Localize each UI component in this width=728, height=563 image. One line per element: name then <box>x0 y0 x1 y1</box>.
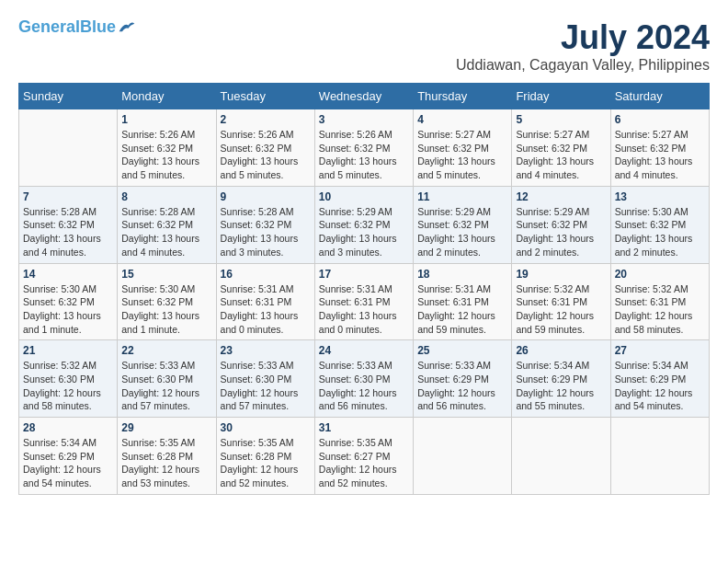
day-number: 25 <box>417 344 507 357</box>
calendar-cell <box>610 418 709 495</box>
day-info: Sunrise: 5:28 AMSunset: 6:32 PMDaylight:… <box>221 205 311 259</box>
calendar-cell: 12 Sunrise: 5:29 AMSunset: 6:32 PMDaylig… <box>512 186 610 263</box>
calendar-cell: 14 Sunrise: 5:30 AMSunset: 6:32 PMDaylig… <box>19 263 118 340</box>
week-row-1: 1 Sunrise: 5:26 AMSunset: 6:32 PMDayligh… <box>19 109 710 187</box>
day-number: 4 <box>417 113 507 126</box>
calendar-cell: 5 Sunrise: 5:27 AMSunset: 6:32 PMDayligh… <box>512 109 610 187</box>
logo-bird-icon <box>118 18 136 37</box>
title-block: July 2024 Uddiawan, Cagayan Valley, Phil… <box>456 18 710 74</box>
calendar-cell: 24 Sunrise: 5:33 AMSunset: 6:30 PMDaylig… <box>314 340 413 418</box>
day-info: Sunrise: 5:28 AMSunset: 6:32 PMDaylight:… <box>121 205 211 259</box>
header-row: SundayMondayTuesdayWednesdayThursdayFrid… <box>19 84 710 109</box>
day-info: Sunrise: 5:26 AMSunset: 6:32 PMDaylight:… <box>121 128 211 182</box>
day-number: 12 <box>516 190 606 203</box>
day-info: Sunrise: 5:30 AMSunset: 6:32 PMDaylight:… <box>23 282 113 337</box>
day-number: 22 <box>121 344 211 357</box>
calendar-cell: 30 Sunrise: 5:35 AMSunset: 6:28 PMDaylig… <box>216 418 314 495</box>
day-info: Sunrise: 5:33 AMSunset: 6:30 PMDaylight:… <box>221 359 311 413</box>
calendar-cell: 13 Sunrise: 5:30 AMSunset: 6:32 PMDaylig… <box>610 186 709 263</box>
day-info: Sunrise: 5:32 AMSunset: 6:30 PMDaylight:… <box>23 359 113 413</box>
calendar-cell: 25 Sunrise: 5:33 AMSunset: 6:29 PMDaylig… <box>414 340 512 418</box>
day-info: Sunrise: 5:29 AMSunset: 6:32 PMDaylight:… <box>319 205 409 259</box>
calendar-cell: 29 Sunrise: 5:35 AMSunset: 6:28 PMDaylig… <box>118 418 216 495</box>
day-number: 30 <box>221 421 311 434</box>
calendar-cell: 18 Sunrise: 5:31 AMSunset: 6:31 PMDaylig… <box>414 263 512 340</box>
header-day-saturday: Saturday <box>610 84 709 109</box>
day-number: 18 <box>417 268 507 281</box>
calendar-cell: 2 Sunrise: 5:26 AMSunset: 6:32 PMDayligh… <box>216 109 314 187</box>
main-title: July 2024 <box>456 18 710 57</box>
day-number: 2 <box>221 113 311 126</box>
day-number: 28 <box>23 421 113 434</box>
day-number: 11 <box>417 190 507 203</box>
week-row-2: 7 Sunrise: 5:28 AMSunset: 6:32 PMDayligh… <box>19 186 710 263</box>
calendar-cell: 7 Sunrise: 5:28 AMSunset: 6:32 PMDayligh… <box>19 186 118 263</box>
logo: GeneralBlue <box>18 18 136 37</box>
day-number: 20 <box>615 268 705 281</box>
calendar-cell <box>19 109 118 187</box>
calendar-cell: 27 Sunrise: 5:34 AMSunset: 6:29 PMDaylig… <box>610 340 709 418</box>
week-row-4: 21 Sunrise: 5:32 AMSunset: 6:30 PMDaylig… <box>19 340 710 418</box>
header-day-thursday: Thursday <box>414 84 512 109</box>
day-info: Sunrise: 5:34 AMSunset: 6:29 PMDaylight:… <box>615 359 705 413</box>
day-info: Sunrise: 5:33 AMSunset: 6:30 PMDaylight:… <box>121 359 211 413</box>
day-info: Sunrise: 5:31 AMSunset: 6:31 PMDaylight:… <box>221 282 311 337</box>
day-number: 13 <box>615 190 705 203</box>
day-info: Sunrise: 5:26 AMSunset: 6:32 PMDaylight:… <box>221 128 311 182</box>
calendar-cell <box>414 418 512 495</box>
day-number: 17 <box>319 268 409 281</box>
calendar-cell: 28 Sunrise: 5:34 AMSunset: 6:29 PMDaylig… <box>19 418 118 495</box>
day-number: 16 <box>221 268 311 281</box>
header-day-monday: Monday <box>118 84 216 109</box>
calendar-cell: 10 Sunrise: 5:29 AMSunset: 6:32 PMDaylig… <box>314 186 413 263</box>
header-day-wednesday: Wednesday <box>314 84 413 109</box>
calendar-cell <box>512 418 610 495</box>
day-number: 29 <box>121 421 211 434</box>
calendar-cell: 31 Sunrise: 5:35 AMSunset: 6:27 PMDaylig… <box>314 418 413 495</box>
day-info: Sunrise: 5:32 AMSunset: 6:31 PMDaylight:… <box>516 282 606 337</box>
calendar-cell: 1 Sunrise: 5:26 AMSunset: 6:32 PMDayligh… <box>118 109 216 187</box>
day-info: Sunrise: 5:27 AMSunset: 6:32 PMDaylight:… <box>615 128 705 182</box>
calendar-cell: 17 Sunrise: 5:31 AMSunset: 6:31 PMDaylig… <box>314 263 413 340</box>
day-number: 10 <box>319 190 409 203</box>
day-info: Sunrise: 5:30 AMSunset: 6:32 PMDaylight:… <box>615 205 705 259</box>
day-info: Sunrise: 5:28 AMSunset: 6:32 PMDaylight:… <box>23 205 113 259</box>
day-number: 6 <box>615 113 705 126</box>
day-number: 15 <box>121 268 211 281</box>
day-info: Sunrise: 5:33 AMSunset: 6:29 PMDaylight:… <box>417 359 507 413</box>
calendar-cell: 21 Sunrise: 5:32 AMSunset: 6:30 PMDaylig… <box>19 340 118 418</box>
day-info: Sunrise: 5:32 AMSunset: 6:31 PMDaylight:… <box>615 282 705 337</box>
day-number: 27 <box>615 344 705 357</box>
day-number: 3 <box>319 113 409 126</box>
calendar-cell: 6 Sunrise: 5:27 AMSunset: 6:32 PMDayligh… <box>610 109 709 187</box>
day-info: Sunrise: 5:31 AMSunset: 6:31 PMDaylight:… <box>417 282 507 337</box>
calendar-cell: 26 Sunrise: 5:34 AMSunset: 6:29 PMDaylig… <box>512 340 610 418</box>
calendar-cell: 3 Sunrise: 5:26 AMSunset: 6:32 PMDayligh… <box>314 109 413 187</box>
day-number: 8 <box>121 190 211 203</box>
day-number: 9 <box>221 190 311 203</box>
day-info: Sunrise: 5:27 AMSunset: 6:32 PMDaylight:… <box>417 128 507 182</box>
day-number: 5 <box>516 113 606 126</box>
day-number: 23 <box>221 344 311 357</box>
header-day-tuesday: Tuesday <box>216 84 314 109</box>
day-number: 7 <box>23 190 113 203</box>
day-info: Sunrise: 5:35 AMSunset: 6:28 PMDaylight:… <box>221 436 311 490</box>
day-info: Sunrise: 5:30 AMSunset: 6:32 PMDaylight:… <box>121 282 211 337</box>
week-row-3: 14 Sunrise: 5:30 AMSunset: 6:32 PMDaylig… <box>19 263 710 340</box>
header-day-friday: Friday <box>512 84 610 109</box>
calendar-cell: 16 Sunrise: 5:31 AMSunset: 6:31 PMDaylig… <box>216 263 314 340</box>
day-info: Sunrise: 5:27 AMSunset: 6:32 PMDaylight:… <box>516 128 606 182</box>
calendar-cell: 4 Sunrise: 5:27 AMSunset: 6:32 PMDayligh… <box>414 109 512 187</box>
subtitle: Uddiawan, Cagayan Valley, Philippines <box>456 57 710 74</box>
day-number: 19 <box>516 268 606 281</box>
calendar-table: SundayMondayTuesdayWednesdayThursdayFrid… <box>18 83 710 495</box>
calendar-cell: 19 Sunrise: 5:32 AMSunset: 6:31 PMDaylig… <box>512 263 610 340</box>
calendar-cell: 9 Sunrise: 5:28 AMSunset: 6:32 PMDayligh… <box>216 186 314 263</box>
calendar-cell: 8 Sunrise: 5:28 AMSunset: 6:32 PMDayligh… <box>118 186 216 263</box>
week-row-5: 28 Sunrise: 5:34 AMSunset: 6:29 PMDaylig… <box>19 418 710 495</box>
day-number: 26 <box>516 344 606 357</box>
day-info: Sunrise: 5:35 AMSunset: 6:27 PMDaylight:… <box>319 436 409 490</box>
calendar-cell: 20 Sunrise: 5:32 AMSunset: 6:31 PMDaylig… <box>610 263 709 340</box>
logo-text: GeneralBlue <box>18 18 116 37</box>
page-header: GeneralBlue July 2024 Uddiawan, Cagayan … <box>18 18 710 74</box>
